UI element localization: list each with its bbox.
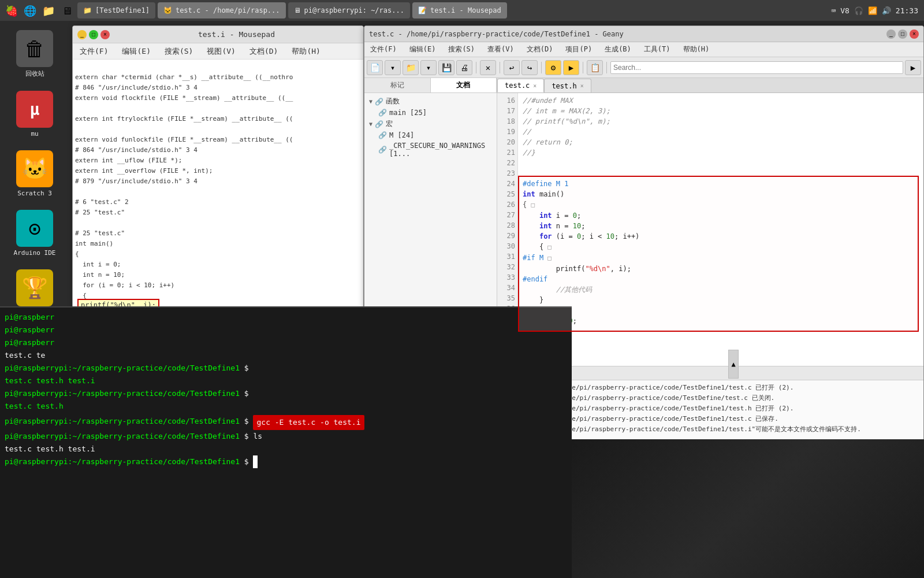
geany-menu-view[interactable]: 查看(V) [485,43,516,55]
tb-dropdown1[interactable]: ▾ [385,60,401,75]
geany-menu-edit[interactable]: 编辑(E) [407,43,438,55]
save-file-btn[interactable]: 💾 [438,60,454,75]
mp-line-11: # 25 "test.c" [75,209,125,216]
tree-main-item[interactable]: 🔗 main [25] [367,108,494,118]
mousepad-menu-edit[interactable]: 编辑(E) [120,45,152,58]
open-file-btn[interactable]: 📁 [403,60,419,75]
redo-btn[interactable]: ↪ [521,60,538,75]
macros-icon: 🔗 [375,120,383,128]
testdefine-label: [TestDefine1] [95,6,150,14]
pi-terminal-taskbar-btn[interactable]: 🖥 pi@raspberrypi: ~/ras... [288,2,410,18]
mp-line-blank1 [75,105,79,112]
geany-stab-docs[interactable]: 文档 [431,78,497,92]
print-btn[interactable]: 🖨 [456,60,472,75]
geany-menu-project[interactable]: 项目(P) [563,43,594,55]
sidebar-item-mu[interactable]: μ mu [6,87,64,141]
geany-menubar: 文件(F) 编辑(E) 搜索(S) 查看(V) 文档(D) 项目(P) 生成(B… [364,42,923,57]
geany-minimize-btn[interactable]: _ [886,29,896,39]
tab-test-h-close[interactable]: × [580,83,584,89]
mp-line-15: int i = 0; [75,261,121,268]
raspberry-menu-icon[interactable]: 🍓 [3,2,20,18]
code-line-16: //#undef MAX [523,95,919,106]
geany-menu-help[interactable]: 帮助(H) [681,43,712,55]
geany-maximize-btn[interactable]: □ [898,29,907,39]
run-btn[interactable]: ▶ [563,60,579,75]
crt-macro-label: _CRT_SECURE_NO_WARNINGS [1... [389,142,492,158]
cursor-block [253,455,258,468]
mp-line-13: int main() [75,240,113,247]
mousepad-menu-file[interactable]: 文件(F) [77,45,110,58]
terminal-icon[interactable]: 🖥 [59,2,75,18]
toolbar-sep5 [606,62,607,73]
code-area[interactable]: //#undef MAX // int m = MAX(2, 3); // pr… [518,93,923,366]
geany-menu-search[interactable]: 搜索(S) [446,43,477,55]
sidebar-item-trash[interactable]: 🗑 回收站 [6,27,64,81]
tree-crt-item[interactable]: 🔗 _CRT_SECURE_NO_WARNINGS [1... [367,140,494,159]
sidebar-fold-btn[interactable]: ▲ [728,350,739,379]
toolbar-btn-extra1[interactable]: 📋 [587,60,603,75]
mp-line-6: # 864 "/usr/include/stdio.h" 3 4 [75,146,198,154]
mousepad-menu-search[interactable]: 搜索(S) [162,45,195,58]
geany-menu-build[interactable]: 生成(B) [602,43,634,55]
test-c-taskbar-btn[interactable]: 🐱 test.c - /home/pi/rasp... [158,2,286,18]
search-go-btn[interactable]: ▶ [905,60,921,75]
term-gcc-line: pi@raspberrypi:~/raspberry-practice/code… [5,415,567,430]
mp-line-10: # 6 "test.c" 2 [75,198,129,206]
main-func-label: main [25] [389,109,427,117]
mousepad-menu-help[interactable]: 帮助(H) [289,45,322,58]
tb-dropdown2[interactable]: ▾ [420,60,437,75]
code-line-22 [523,158,919,168]
mousepad-menu-doc[interactable]: 文档(D) [247,45,280,58]
geany-menu-tools[interactable]: 工具(T) [642,43,673,55]
files-icon[interactable]: 📁 [40,2,57,18]
tree-functions-expand[interactable]: ▼ 🔗 函数 [367,95,494,108]
geany-sidebar-tabs: 标记 文档 [364,78,497,93]
bluetooth-icon: 🎧 [854,6,863,15]
compile-btn[interactable]: ⚙ [545,60,561,75]
code-line-30: { □ [523,242,919,253]
tab-test-c[interactable]: test.c × [497,79,544,92]
code-line-24: #define M 1 [523,179,919,189]
close-button[interactable]: × [100,30,110,39]
tree-macros-expand[interactable]: ▼ 🔗 宏 [367,118,494,130]
maximize-button[interactable]: □ [89,30,98,39]
tab-test-h-label: test.h [552,82,576,90]
toolbar-sep3 [541,62,542,73]
dark-area-bottom-right [572,439,924,578]
minimize-button[interactable]: _ [77,30,87,39]
geany-close-btn[interactable]: × [910,29,919,39]
sidebar-item-scratch[interactable]: 🐱 Scratch 3 [6,147,64,201]
mousepad-taskbar-btn[interactable]: 📝 test.i - Mousepad [412,2,507,18]
undo-btn[interactable]: ↩ [504,60,520,75]
v8-label: V8 [840,6,850,15]
close-file-btn[interactable]: ✕ [480,60,496,75]
code-line-41: // [523,357,919,366]
mp-line-2: # 846 "/usr/include/stdio.h" 3 4 [75,84,198,91]
mp-line-14: { [75,250,79,258]
mousepad-menu-view[interactable]: 视图(V) [204,45,237,58]
geany-stab-tags[interactable]: 标记 [364,78,431,92]
browser-icon[interactable]: 🌐 [22,2,38,18]
mp-line-blank2 [75,125,79,133]
new-file-btn[interactable]: 📄 [367,60,383,75]
geany-search-input[interactable] [610,61,903,74]
code-line-40: // [523,347,919,357]
geany-titlebar: test.c - /home/pi/raspberry-practice/cod… [364,26,923,42]
geany-menu-file[interactable]: 文件(F) [368,43,399,55]
code-line-28: int n = 10; [523,221,919,231]
geany-icon: 🏆 [16,269,53,306]
geany-tree: ▼ 🔗 函数 🔗 main [25] ▼ 🔗 宏 🔗 M [24] [364,93,497,161]
code-line-31: #if M □ [523,253,919,264]
terminal-content[interactable]: pi@raspberr pi@raspberr pi@raspberr test… [0,307,572,472]
code-line-32: printf("%d\n", i); [523,264,919,274]
testdefine-taskbar-btn[interactable]: 📁 [TestDefine1] [77,2,155,18]
tab-test-h[interactable]: test.h × [544,79,591,92]
geany-menu-doc[interactable]: 文档(D) [524,43,556,55]
test-c-label: test.c - /home/pi/rasp... [176,6,280,14]
tab-test-c-close[interactable]: × [533,83,536,89]
code-line-35: } [523,295,919,305]
code-line-33: #endif [523,274,919,284]
tree-m-item[interactable]: 🔗 M [24] [367,130,494,140]
code-line-25: int main() [523,189,919,199]
sidebar-item-arduino[interactable]: ⊙ Arduino IDE [6,206,64,260]
